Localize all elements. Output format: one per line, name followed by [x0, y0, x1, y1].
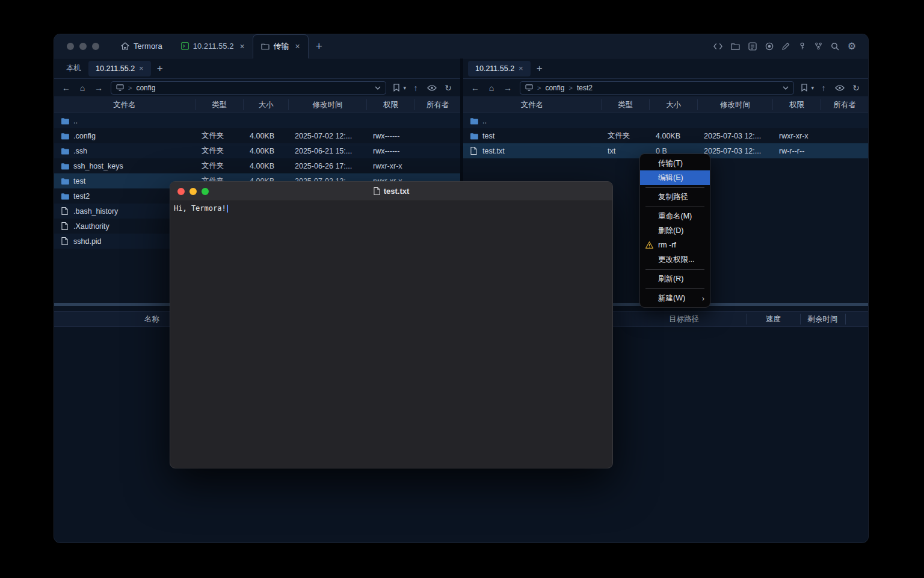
log-icon[interactable]: [748, 42, 757, 51]
refresh-icon[interactable]: ↻: [442, 83, 455, 93]
tab-label: 10.211.55.2: [475, 64, 514, 73]
col-filename[interactable]: 文件名: [463, 99, 602, 110]
minimize-window-button[interactable]: [79, 43, 87, 50]
col-perms[interactable]: 权限: [773, 99, 821, 110]
menu-separator: [645, 187, 704, 188]
record-icon[interactable]: [765, 42, 774, 51]
titlebar: Termora 10.211.55.2 × 传输 × +: [54, 34, 868, 58]
show-hidden-eye-icon[interactable]: [833, 85, 846, 91]
pencil-icon[interactable]: [782, 42, 790, 50]
col-remaining[interactable]: 剩余时间: [800, 312, 845, 326]
close-window-button[interactable]: [177, 188, 185, 195]
new-pane-tab-button[interactable]: +: [537, 63, 543, 75]
close-tab-icon[interactable]: ×: [139, 64, 144, 73]
menu-item-rename[interactable]: 重命名(M): [640, 209, 710, 223]
terminal-icon: [181, 42, 189, 50]
close-window-button[interactable]: [67, 43, 74, 50]
left-pane-tabs: 本机 10.211.55.2 × +: [54, 58, 460, 79]
file-name: ssh_host_keys: [73, 162, 123, 170]
menu-item-change-permissions[interactable]: 更改权限...: [640, 252, 710, 267]
back-icon[interactable]: ←: [60, 83, 73, 93]
tab-local[interactable]: 本机: [59, 61, 88, 76]
key-icon[interactable]: [798, 42, 806, 50]
chevron-down-icon[interactable]: [375, 86, 381, 90]
close-tab-icon[interactable]: ×: [519, 64, 523, 73]
home-icon[interactable]: ⌂: [485, 83, 498, 93]
col-size[interactable]: 大小: [244, 99, 289, 110]
folder-icon: [60, 163, 69, 170]
search-icon[interactable]: [831, 42, 839, 51]
branch-icon[interactable]: [815, 42, 822, 50]
settings-icon[interactable]: ⚙: [848, 42, 856, 51]
menu-item-rm-rf[interactable]: rm -rf: [640, 238, 710, 252]
tab-transfer[interactable]: 传输 ×: [253, 34, 309, 58]
folder-icon[interactable]: [731, 43, 740, 50]
col-modified[interactable]: 修改时间: [698, 99, 773, 110]
code-icon[interactable]: [713, 43, 722, 50]
path-bar[interactable]: > config > test2: [520, 81, 794, 95]
tab-remote-host[interactable]: 10.211.55.2 ×: [468, 61, 531, 76]
col-perms[interactable]: 权限: [367, 99, 415, 110]
refresh-icon[interactable]: ↻: [849, 83, 863, 93]
file-icon: [469, 147, 478, 155]
file-row[interactable]: ..: [463, 113, 868, 128]
file-row[interactable]: .config 文件夹 4.00KB 2025-07-02 12:... rwx…: [54, 128, 460, 143]
close-tab-icon[interactable]: ×: [239, 42, 244, 51]
folder-icon: [261, 43, 270, 50]
col-filename[interactable]: 文件名: [54, 99, 196, 110]
path-bar[interactable]: > config: [111, 81, 386, 95]
home-icon[interactable]: ⌂: [76, 83, 89, 93]
show-hidden-eye-icon[interactable]: [425, 85, 439, 91]
col-owner[interactable]: 所有者: [821, 99, 868, 110]
tab-host-session[interactable]: 10.211.55.2 ×: [173, 34, 253, 58]
menu-item-delete[interactable]: 删除(D): [640, 223, 710, 238]
bookmark-dropdown-icon[interactable]: ▾: [403, 85, 406, 91]
right-pane-tabs: 10.211.55.2 × +: [463, 58, 868, 79]
menu-item-copy-path[interactable]: 复制路径: [640, 190, 710, 204]
file-row[interactable]: ..: [54, 113, 460, 128]
col-size[interactable]: 大小: [650, 99, 698, 110]
col-modified[interactable]: 修改时间: [289, 99, 367, 110]
tab-label: 10.211.55.2: [96, 64, 135, 73]
menu-item-transfer[interactable]: 传输(T): [640, 156, 710, 170]
col-speed[interactable]: 速度: [747, 312, 800, 326]
right-table-header: 文件名 类型 大小 修改时间 权限 所有者: [463, 96, 868, 113]
path-segment[interactable]: test2: [577, 84, 593, 92]
forward-icon[interactable]: →: [92, 83, 105, 93]
bookmark-icon[interactable]: [799, 84, 809, 92]
upload-icon[interactable]: ↑: [409, 83, 422, 93]
bookmark-icon[interactable]: [392, 84, 401, 92]
back-icon[interactable]: ←: [469, 83, 482, 93]
file-name: test: [482, 132, 494, 140]
col-type[interactable]: 类型: [602, 99, 650, 110]
maximize-window-button[interactable]: [92, 43, 99, 50]
left-table-header: 文件名 类型 大小 修改时间 权限 所有者: [54, 96, 460, 113]
tab-remote-host[interactable]: 10.211.55.2 ×: [88, 61, 151, 76]
editor-titlebar[interactable]: test.txt: [170, 182, 612, 201]
col-type[interactable]: 类型: [196, 99, 244, 110]
new-tab-button[interactable]: +: [316, 40, 322, 53]
chevron-down-icon[interactable]: [783, 86, 789, 90]
editor-content[interactable]: Hi, Termora!: [170, 201, 612, 216]
menu-item-edit[interactable]: 编辑(E): [640, 170, 710, 185]
file-row[interactable]: .ssh 文件夹 4.00KB 2025-06-21 15:... rwx---…: [54, 143, 460, 158]
maximize-window-button[interactable]: [202, 188, 209, 195]
file-row[interactable]: ssh_host_keys 文件夹 4.00KB 2025-06-26 17:.…: [54, 158, 460, 173]
minimize-window-button[interactable]: [189, 188, 197, 195]
file-row[interactable]: test 文件夹 4.00KB 2025-07-03 12:... rwxr-x…: [463, 128, 868, 143]
path-separator: >: [568, 84, 572, 92]
upload-icon[interactable]: ↑: [817, 83, 830, 93]
editor-window-controls[interactable]: [177, 188, 209, 195]
path-segment[interactable]: config: [545, 84, 564, 92]
col-owner[interactable]: 所有者: [415, 99, 460, 110]
forward-icon[interactable]: →: [501, 83, 514, 93]
menu-item-refresh[interactable]: 刷新(R): [640, 272, 710, 286]
bookmark-dropdown-icon[interactable]: ▾: [811, 85, 814, 91]
col-target-path[interactable]: 目标路径: [621, 312, 747, 326]
menu-item-new[interactable]: 新建(W) ›: [640, 291, 710, 305]
window-controls[interactable]: [54, 43, 110, 50]
path-segment[interactable]: config: [136, 84, 155, 92]
close-tab-icon[interactable]: ×: [295, 42, 300, 51]
new-pane-tab-button[interactable]: +: [157, 63, 163, 75]
app-home-tab[interactable]: Termora: [110, 42, 173, 51]
